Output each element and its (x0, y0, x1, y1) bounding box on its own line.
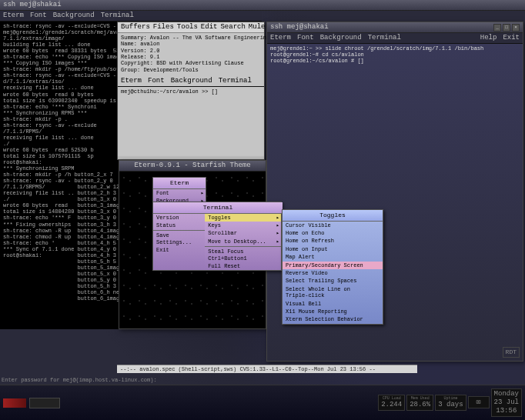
sub-menubar: Eterm Font Background Terminal (118, 76, 264, 87)
rmenu-eterm[interactable]: Eterm (270, 34, 291, 42)
cm-font[interactable]: Font (153, 189, 206, 197)
emacs-menu-edit[interactable]: Edit (201, 23, 218, 32)
menu-background[interactable]: Background (53, 12, 95, 20)
cm-scrollbar[interactable]: Scrollbar (205, 229, 281, 237)
cm-status[interactable]: Status (153, 222, 205, 229)
cm-home-refresh[interactable]: Home on Refresh (283, 237, 383, 245)
cm-save-settings[interactable]: Save Settings... (153, 232, 205, 246)
right-title: ssh mej@shakai (270, 23, 329, 32)
cm-exit[interactable]: Exit (153, 246, 205, 254)
main-titlebar: ssh mej@shakai (0, 0, 525, 11)
cm-home-input[interactable]: Home on Input (283, 245, 383, 253)
cm-toggles-title: Toggles (283, 210, 383, 222)
menu-font[interactable]: Font (30, 12, 47, 20)
cm-cursor-visible[interactable]: Cursor Visible (283, 222, 383, 229)
rmenu-exit[interactable]: Exit (503, 34, 520, 42)
cm-reverse-video[interactable]: Reverse Video (283, 269, 383, 277)
maximize-icon[interactable]: □ (503, 24, 510, 32)
cm-xterm-selection[interactable]: Xterm Selection Behavior (283, 315, 383, 323)
password-prompt[interactable]: Enter password for mej@(imap.host.va-lin… (2, 377, 157, 383)
close-icon[interactable]: × (512, 24, 520, 32)
starfish-title: Eterm-0.9.1 - Starfish Theme (134, 162, 250, 170)
minimize-icon[interactable]: _ (493, 24, 501, 32)
context-menu-toggles: Toggles Cursor Visible Home on Echo Home… (282, 209, 383, 325)
cm-trailing-spaces[interactable]: Select Trailing Spaces (283, 277, 383, 285)
right-menubar: Eterm Font Background Terminal Help Exit (267, 33, 523, 44)
main-menubar: Eterm Font Background Terminal (0, 11, 262, 22)
stat-cpu: CPU Load 2.244 (378, 395, 405, 411)
cm-x11-mouse[interactable]: X11 Mouse Reporting (283, 308, 383, 315)
cm-keys[interactable]: Keys (205, 222, 281, 229)
emacs-buffer[interactable]: Summary: Avalon -- The VA Software Engin… (118, 33, 264, 76)
cm-version[interactable]: Version (153, 214, 205, 222)
right-titlebar: ssh mej@shakai _ □ × (267, 22, 523, 33)
cm-terminal-title: Terminal (153, 202, 283, 214)
stat-mem: Mem Used 28.6% (406, 395, 433, 411)
emacs-statusbar: --:-- avalon.spec (Shell-script,sws) CVS… (117, 365, 417, 373)
emacs-window: Buffers Files Tools Edit Search Mule Ins… (117, 22, 265, 160)
taskbar: CPU Load 2.244 Mem Used 28.6% Uptime 3 d… (0, 385, 525, 420)
emacs-menu-files[interactable]: Files (153, 23, 174, 32)
emacs-menu-tools[interactable]: Tools (177, 23, 198, 32)
sub-menu-terminal[interactable]: Terminal (219, 77, 252, 85)
starfish-titlebar: Eterm-0.9.1 - Starfish Theme (119, 161, 266, 172)
emacs-menu-mule[interactable]: Mule (249, 23, 266, 32)
mail-icon[interactable]: ✉ (468, 396, 490, 408)
cm-visual-bell[interactable]: Visual Bell (283, 300, 383, 308)
emacs-menubar: Buffers Files Tools Edit Search Mule Ins… (118, 22, 264, 33)
cm-full-reset[interactable]: Full Reset (205, 262, 281, 270)
sub-menu-font[interactable]: Font (148, 77, 165, 85)
context-menu-terminal: Terminal Version Status Save Settings...… (152, 202, 282, 271)
emacs-menu-search[interactable]: Search (220, 23, 245, 32)
cm-steal-focus[interactable]: Steal Focus Ctrl+Button1 (205, 248, 281, 262)
stat-uptime: Uptime 3 days (435, 395, 466, 411)
cm-toggles[interactable]: Toggles (205, 214, 281, 222)
task-entry[interactable] (29, 398, 60, 408)
menu-eterm[interactable]: Eterm (3, 12, 24, 20)
cm-home-echo[interactable]: Home on Echo (283, 229, 383, 237)
sub-menu-eterm[interactable]: Eterm (121, 77, 142, 85)
stat-clock: Monday 23 Jul 13:56 (491, 388, 522, 416)
cm-move-desktop[interactable]: Move to Desktop... (205, 238, 281, 245)
rmenu-font[interactable]: Font (297, 34, 314, 42)
cm-primary-secondary[interactable]: Primary/Secondary Screen (283, 262, 383, 269)
sub-menu-background[interactable]: Background (171, 77, 212, 85)
taskbar-indicator (3, 398, 26, 408)
rmenu-background[interactable]: Background (320, 34, 362, 42)
rmenu-help[interactable]: Help (480, 34, 497, 42)
window-title: ssh mej@shakai (3, 1, 62, 9)
cm-map-alert[interactable]: Map Alert (283, 253, 383, 261)
sub-prompt[interactable]: mej@cthu1hu:~/src/avalon >> [] (118, 87, 264, 156)
emacs-menu-buffers[interactable]: Buffers (121, 23, 150, 32)
rdt-badge: RDT (503, 347, 520, 358)
cm-triple-click[interactable]: Select Whole Line on Triple-click (283, 285, 383, 300)
menu-terminal[interactable]: Terminal (101, 12, 134, 20)
rmenu-terminal[interactable]: Terminal (368, 34, 401, 42)
cm-eterm-title: Eterm (153, 178, 206, 189)
